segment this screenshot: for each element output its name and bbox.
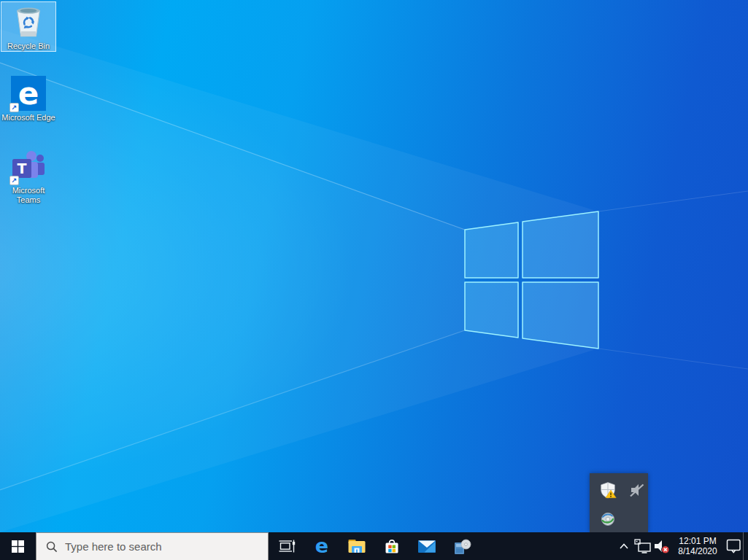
task-view-button[interactable]: [269, 532, 304, 560]
teams-icon: T ↗: [11, 149, 46, 184]
svg-text:T: T: [18, 160, 27, 176]
file-explorer-icon: [347, 538, 366, 554]
media-disc-app-icon: [452, 537, 471, 556]
ethernet-network-icon: [634, 539, 652, 553]
defender-shield-icon[interactable]: [597, 479, 619, 501]
shortcut-arrow-icon: ↗: [9, 103, 19, 112]
clock-time: 12:01 PM: [679, 536, 716, 546]
network-button[interactable]: [633, 532, 652, 560]
mail-icon: [417, 540, 436, 553]
action-center-button[interactable]: [724, 532, 743, 560]
clock-date: 8/14/2020: [678, 546, 717, 556]
task-view-icon: [278, 537, 296, 555]
edge-taskbar-button[interactable]: e: [304, 532, 339, 560]
action-center-icon: [725, 538, 742, 554]
taskbar-search[interactable]: [36, 532, 269, 560]
start-button[interactable]: [0, 532, 35, 560]
globe-disc-icon[interactable]: [597, 508, 619, 530]
file-explorer-button[interactable]: [339, 532, 374, 560]
volume-button[interactable]: [652, 532, 671, 560]
edge-icon: e: [312, 536, 332, 556]
tray-overflow-popup: [590, 473, 648, 532]
media-disc-app-button[interactable]: [444, 532, 479, 560]
desktop-icon-label: Microsoft Teams: [1, 186, 55, 205]
mail-button[interactable]: [409, 532, 444, 560]
shortcut-arrow-icon: ↗: [9, 176, 19, 185]
volume-muted-icon: [654, 539, 670, 554]
microsoft-store-button[interactable]: [374, 532, 409, 560]
svg-text:e: e: [315, 536, 328, 556]
desktop-icon-microsoft-edge[interactable]: e ↗ Microsoft Edge: [1, 73, 56, 123]
chevron-up-icon: [619, 542, 629, 550]
search-icon: [46, 541, 58, 553]
desktop-icon-label: Recycle Bin: [7, 42, 50, 51]
svg-text:e: e: [18, 76, 39, 111]
desktop-icon-label: Microsoft Edge: [1, 113, 55, 122]
windows-logo-icon: [12, 540, 24, 553]
search-input[interactable]: [65, 540, 268, 553]
show-hidden-icons-button[interactable]: [614, 532, 633, 560]
volume-muted-gray-icon[interactable]: [626, 479, 648, 501]
taskbar-clock[interactable]: 12:01 PM 8/14/2020: [671, 532, 724, 560]
microsoft-store-icon: [383, 537, 401, 556]
system-tray: 12:01 PM 8/14/2020: [614, 532, 748, 560]
taskbar-app-buttons: e: [269, 532, 479, 560]
desktop-surface[interactable]: Recycle Bin e ↗ Microsoft Edge T ↗ Micro…: [0, 0, 748, 560]
edge-icon: e ↗: [11, 76, 46, 111]
show-desktop-button[interactable]: [743, 532, 748, 560]
desktop-icon-recycle-bin[interactable]: Recycle Bin: [1, 1, 56, 52]
desktop-icon-microsoft-teams[interactable]: T ↗ Microsoft Teams: [1, 146, 56, 206]
taskbar: e: [0, 532, 748, 560]
recycle-bin-icon: [11, 4, 46, 39]
